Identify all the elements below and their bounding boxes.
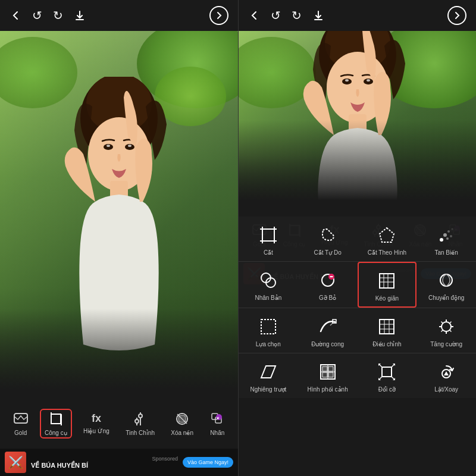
crop-icon [48,411,64,427]
tanbien-icon [436,224,457,246]
grid-item-nghiengtrout[interactable]: Nghiêng trượt [239,353,298,398]
left-tool-congcu[interactable]: Công cụ [40,409,72,439]
left-top-bar: ↺ ↻ [0,0,238,31]
grid-item-tangcuong-label: Tăng cường [430,341,462,347]
right-photo-area [239,31,476,209]
grid-item-doico-label: Đổi cỡ [378,386,396,393]
grid-item-gobo[interactable]: Gỡ Bỏ [298,262,358,308]
left-ad-sponsored: Sponsored [31,456,178,462]
grid-item-chuyendong[interactable]: Chuyển động [416,262,476,308]
tune-icon [133,411,148,427]
grid-item-keogian-label: Kéo giãn [375,295,399,302]
svg-point-54 [440,274,452,286]
left-ad-banner: ⚔️ Sponsored VỀ BÚA HUYỀN BÍ Vào Game Ng… [0,449,238,476]
left-tool-tinhchinh[interactable]: Tinh Chỉnh [121,409,159,439]
left-tool-hieung-label: Hiệu Ứng [83,428,109,434]
grid-item-catthehinh[interactable]: Cắt Theo Hình [358,217,417,261]
catthehinh-icon [376,224,397,246]
grid-item-keogian[interactable]: Kéo giãn [358,262,417,308]
svg-rect-9 [51,414,61,424]
keogian-icon [376,270,397,292]
right-back-button[interactable] [248,10,260,21]
grid-item-hinhphoicanh[interactable]: Hình phối cảnh [298,353,358,398]
left-tool-xoanen-label: Xóa nền [171,430,193,436]
svg-point-40 [447,230,450,233]
left-tool-nhan[interactable]: ★ Nhãn [205,409,230,439]
right-download-button[interactable] [312,10,324,21]
svg-rect-55 [261,320,275,334]
left-tool-hieung[interactable]: fx Hiệu Ứng [79,410,114,437]
left-photo-area [0,31,238,398]
chuyendong-icon [436,270,457,291]
left-ad-button[interactable]: Vào Game Ngay! [183,457,233,468]
svg-line-71 [441,330,443,332]
grid-item-dieuchinh-label: Điều chỉnh [372,341,401,347]
grid-item-chuyendong-label: Chuyển động [428,295,464,301]
hinhphoicanh-icon [317,361,339,383]
grid-item-luachon[interactable]: Lựa chọn [239,308,298,353]
svg-point-31 [345,79,349,82]
grid-item-dieuchinh[interactable]: Điều chỉnh [358,308,417,353]
left-tool-tinhchinh-label: Tinh Chỉnh [126,430,155,436]
svg-point-12 [139,414,142,418]
left-tool-congcu-label: Công cụ [45,430,67,436]
svg-point-41 [452,228,453,230]
svg-point-7 [128,145,131,147]
svg-text:⚔️: ⚔️ [8,455,23,469]
svg-line-68 [441,322,443,324]
grid-item-doico[interactable]: Đổi cỡ [358,353,417,398]
grid-item-nghiengtrout-label: Nghiêng trượt [250,386,286,393]
svg-point-43 [446,237,449,240]
grid-item-duongcong[interactable]: Đường cong [298,308,358,353]
grid-item-cattudo[interactable]: Cắt Tự Do [298,217,358,261]
svg-point-32 [367,79,370,82]
right-undo-button[interactable]: ↺ [271,8,281,23]
svg-rect-58 [380,320,394,334]
left-back-button[interactable] [10,10,21,21]
svg-rect-33 [262,229,274,241]
svg-text:★: ★ [216,415,220,419]
grid-item-tangcuong[interactable]: Tăng cường [416,308,476,353]
left-download-button[interactable] [74,10,86,21]
grid-item-cat[interactable]: Cắt [239,217,298,261]
svg-rect-78 [328,372,333,377]
left-undo-button[interactable]: ↺ [32,8,42,23]
grid-item-hinhphoicanh-label: Hình phối cảnh [308,386,348,393]
svg-rect-49 [380,274,394,288]
right-panel: ↺ ↻ [238,0,476,476]
right-redo-button[interactable]: ↻ [292,8,302,23]
grid-item-latxoay[interactable]: Lật/Xoay [416,353,476,398]
svg-line-70 [450,322,452,324]
grid-item-nhanban-label: Nhân Bản [255,295,281,301]
grid-item-catthehinh-label: Cắt Theo Hình [368,249,406,256]
left-redo-button[interactable]: ↻ [53,8,63,23]
left-bottom-bar: Gold Công cụ fx Hiệu Ứng [0,398,238,449]
tool-grid-row-1: Cắt Cắt Tự Do Cắt Theo Hình [239,217,476,261]
grid-item-nhanban[interactable]: Nhân Bản [239,262,298,308]
left-panel: ↺ ↻ [0,0,238,476]
grid-item-tanbien[interactable]: Tan Biến [416,217,476,261]
svg-rect-76 [328,367,333,371]
gold-icon [13,411,29,427]
cat-icon [258,224,279,246]
left-ad-text: Sponsored VỀ BÚA HUYỀN BÍ [31,456,178,469]
grid-item-tanbien-label: Tan Biến [434,249,458,256]
svg-point-38 [440,238,443,242]
latxoay-icon [436,361,457,383]
left-tool-xoanen[interactable]: Xóa nền [166,409,198,439]
svg-point-15 [135,419,139,423]
svg-rect-75 [322,367,327,371]
grid-item-cattudo-label: Cắt Tự Do [314,249,341,256]
svg-point-42 [450,235,452,237]
tool-grid-row-2: Nhân Bản Gỡ Bỏ [239,262,476,308]
left-tool-gold[interactable]: Gold [8,409,33,439]
grid-item-gobo-label: Gỡ Bỏ [319,295,336,301]
grid-item-luachon-label: Lựa chọn [256,341,281,347]
left-forward-button[interactable] [209,6,228,25]
left-tool-nhan-label: Nhãn [210,430,224,436]
duongcong-icon [317,316,339,337]
grid-item-latxoay-label: Lật/Xoay [434,386,458,393]
tool-grid-row-4: Nghiêng trượt Hình phối cảnh [239,353,476,398]
right-forward-button[interactable] [447,6,466,25]
svg-rect-77 [322,372,327,377]
